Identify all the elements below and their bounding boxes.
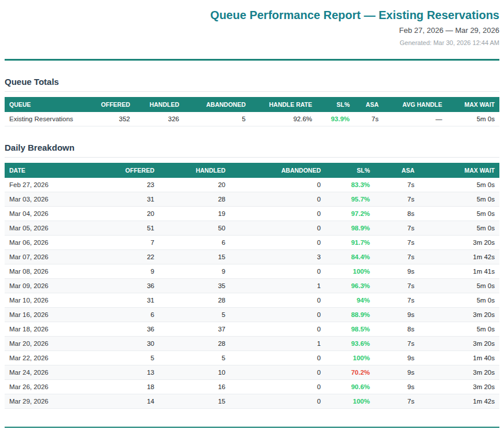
table-row: Mar 03, 20263128095.7%7s5m 0s	[5, 192, 499, 207]
cell-sl: 100%	[325, 264, 375, 279]
cell-max-wait: 5m 0s	[419, 221, 499, 236]
cell-abandoned: 0	[230, 236, 325, 250]
report-header: Queue Performance Report — Existing Rese…	[5, 7, 499, 47]
column-header: ABANDONED	[230, 163, 325, 178]
cell-queue: Existing Reservations	[5, 112, 88, 126]
table-row: Existing Reservations352326592.6%93.9%7s…	[5, 112, 499, 126]
column-header: ASA	[354, 97, 383, 112]
cell-sl: 95.7%	[325, 192, 375, 207]
cell-handled: 28	[159, 192, 230, 207]
cell-offered: 5	[120, 351, 159, 365]
cell-date: Mar 03, 2026	[5, 192, 120, 207]
column-header: SL%	[317, 97, 354, 112]
queue-totals-section: Queue Totals QUEUEOFFEREDHANDLEDABANDONE…	[5, 77, 499, 126]
cell-abandoned: 0	[230, 351, 325, 365]
cell-handled: 50	[159, 221, 230, 236]
cell-abandoned: 0	[230, 293, 325, 308]
cell-date: Mar 10, 2026	[5, 293, 120, 308]
cell-max-wait: 5m 0s	[419, 322, 499, 337]
cell-max-wait: 1m 41s	[419, 264, 499, 279]
cell-offered: 14	[120, 394, 159, 409]
cell-max-wait: 5m 0s	[419, 207, 499, 221]
cell-date: Mar 08, 2026	[5, 264, 120, 279]
cell-asa: 9s	[375, 264, 419, 279]
cell-max-wait: 5m 0s	[447, 112, 499, 126]
column-header: ASA	[375, 163, 419, 178]
cell-max-wait: 1m 42s	[419, 394, 499, 409]
table-row: Feb 27, 20262320083.3%7s5m 0s	[5, 178, 499, 192]
cell-sl: 83.3%	[325, 178, 375, 192]
cell-sl: 91.7%	[325, 236, 375, 250]
date-range: Feb 27, 2026 — Mar 29, 2026	[5, 25, 499, 36]
cell-asa: 7s	[375, 178, 419, 192]
cell-sl: 97.2%	[325, 207, 375, 221]
cell-handled: 5	[159, 308, 230, 322]
cell-offered: 31	[120, 293, 159, 308]
cell-abandoned: 0	[230, 365, 325, 380]
cell-max-wait: 1m 40s	[419, 351, 499, 365]
table-row: Mar 05, 20265150098.9%7s5m 0s	[5, 221, 499, 236]
cell-asa: 7s	[375, 236, 419, 250]
cell-date: Mar 05, 2026	[5, 221, 120, 236]
cell-max-wait: 5m 0s	[419, 192, 499, 207]
cell-sl: 84.4%	[325, 250, 375, 264]
cell-max-wait: 3m 20s	[419, 365, 499, 380]
cell-sl: 90.6%	[325, 380, 375, 394]
header-row: QUEUEOFFEREDHANDLEDABANDONEDHANDLE RATES…	[5, 97, 499, 112]
cell-date: Mar 26, 2026	[5, 380, 120, 394]
cell-asa: 9s	[375, 308, 419, 322]
table-row: Mar 07, 20262215384.4%7s1m 42s	[5, 250, 499, 264]
table-row: Mar 22, 2026550100%9s1m 40s	[5, 351, 499, 365]
cell-avg-handle: —	[383, 112, 447, 126]
cell-handled: 326	[135, 112, 184, 126]
cell-asa: 9s	[375, 380, 419, 394]
cell-handle-rate: 92.6%	[250, 112, 317, 126]
cell-date: Mar 18, 2026	[5, 322, 120, 337]
cell-sl: 88.9%	[325, 308, 375, 322]
cell-max-wait: 3m 20s	[419, 337, 499, 351]
cell-sl: 98.5%	[325, 322, 375, 337]
cell-max-wait: 5m 0s	[419, 279, 499, 293]
cell-handled: 19	[159, 207, 230, 221]
cell-asa: 9s	[375, 351, 419, 365]
cell-date: Mar 09, 2026	[5, 279, 120, 293]
cell-abandoned: 0	[230, 192, 325, 207]
cell-handled: 6	[159, 236, 230, 250]
cell-max-wait: 5m 0s	[419, 178, 499, 192]
cell-abandoned: 0	[230, 322, 325, 337]
cell-asa: 7s	[375, 337, 419, 351]
table-row: Mar 20, 20263028193.6%7s3m 20s	[5, 337, 499, 351]
cell-max-wait: 3m 20s	[419, 236, 499, 250]
cell-offered: 22	[120, 250, 159, 264]
table-row: Mar 09, 20263635196.3%7s5m 0s	[5, 279, 499, 293]
cell-offered: 352	[88, 112, 135, 126]
cell-sl: 100%	[325, 394, 375, 409]
header-row: DATEOFFEREDHANDLEDABANDONEDSL%ASAMAX WAI…	[5, 163, 499, 178]
daily-breakdown-section: Daily Breakdown DATEOFFEREDHANDLEDABANDO…	[5, 143, 499, 409]
cell-offered: 30	[120, 337, 159, 351]
cell-handled: 28	[159, 293, 230, 308]
cell-handled: 9	[159, 264, 230, 279]
cell-max-wait: 3m 20s	[419, 308, 499, 322]
cell-sl: 96.3%	[325, 279, 375, 293]
table-row: Mar 08, 2026990100%9s1m 41s	[5, 264, 499, 279]
cell-date: Mar 16, 2026	[5, 308, 120, 322]
cell-handled: 16	[159, 380, 230, 394]
cell-sl: 93.9%	[317, 112, 354, 126]
cell-date: Mar 29, 2026	[5, 394, 120, 409]
cell-asa: 7s	[354, 112, 383, 126]
cell-offered: 13	[120, 365, 159, 380]
cell-handled: 15	[159, 394, 230, 409]
cell-asa: 7s	[375, 221, 419, 236]
cell-offered: 7	[120, 236, 159, 250]
table-row: Mar 16, 202665088.9%9s3m 20s	[5, 308, 499, 322]
table-row: Mar 04, 20262019097.2%8s5m 0s	[5, 207, 499, 221]
cell-asa: 7s	[375, 279, 419, 293]
cell-offered: 9	[120, 264, 159, 279]
column-header: AVG HANDLE	[383, 97, 447, 112]
table-row: Mar 06, 202676091.7%7s3m 20s	[5, 236, 499, 250]
column-header: MAX WAIT	[447, 97, 499, 112]
cell-offered: 23	[120, 178, 159, 192]
cell-offered: 20	[120, 207, 159, 221]
cell-sl: 100%	[325, 351, 375, 365]
